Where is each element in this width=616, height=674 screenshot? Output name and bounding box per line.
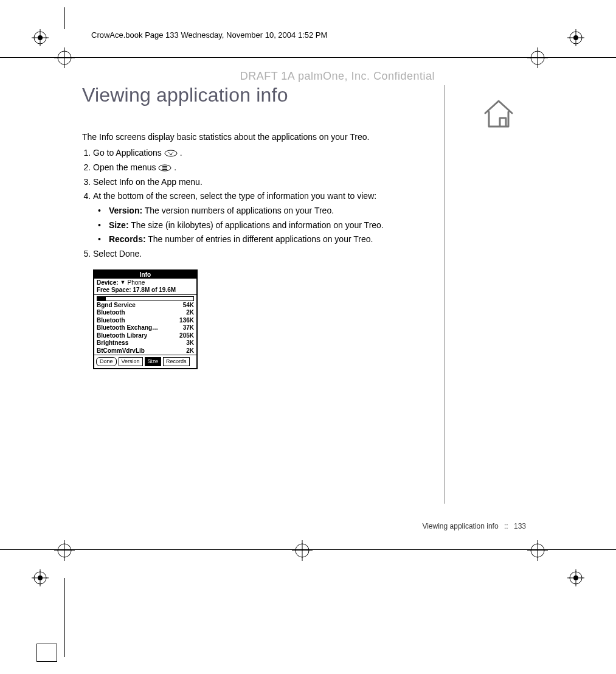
menu-key-icon xyxy=(158,162,171,170)
storage-bar xyxy=(94,295,196,302)
bullet-records: Records: The number of entries in differ… xyxy=(98,233,435,246)
step-3: Select Info on the App menu. xyxy=(93,176,435,189)
svg-point-25 xyxy=(296,544,309,557)
screenshot-titlebar: Info xyxy=(94,271,196,279)
crop-line-top xyxy=(0,57,616,58)
bullet-label: Records: xyxy=(109,234,146,244)
bullet-label: Size: xyxy=(109,220,129,230)
size-tab: Size xyxy=(145,357,162,366)
intro-text: The Info screens display basic statistic… xyxy=(82,131,435,143)
app-row: Bluetooth2K xyxy=(94,309,196,317)
app-row: Bgnd Service54K xyxy=(94,302,196,310)
bullet-version: Version: The version numbers of applicat… xyxy=(98,204,435,218)
svg-point-5 xyxy=(573,35,578,40)
svg-point-28 xyxy=(531,544,544,557)
bullet-size: Size: The size (in kilobytes) of applica… xyxy=(98,219,435,232)
screenshot-free-space: Free Space: 17.8M of 19.6M xyxy=(94,287,196,295)
version-tab: Version xyxy=(119,357,143,366)
footer-section: Viewing application info xyxy=(422,522,498,530)
svg-rect-34 xyxy=(162,167,167,168)
records-tab: Records xyxy=(163,357,190,366)
cross-mark-icon xyxy=(54,47,75,68)
svg-point-16 xyxy=(58,51,71,64)
svg-point-9 xyxy=(38,575,43,580)
svg-point-8 xyxy=(34,572,46,584)
step-text: Open the menus xyxy=(93,162,158,172)
cross-mark-icon xyxy=(527,47,548,68)
reg-mark-icon xyxy=(32,569,49,586)
home-icon xyxy=(480,97,517,133)
page-title: Viewing application info xyxy=(82,84,435,106)
svg-rect-33 xyxy=(162,166,167,167)
cross-mark-icon xyxy=(527,540,548,561)
app-row: Bluetooth136K xyxy=(94,317,196,325)
steps-list: Go to Applications . Open the menus . Se… xyxy=(82,147,435,261)
reg-mark-icon xyxy=(567,569,584,586)
reg-mark-icon xyxy=(567,29,584,46)
bullet-text: The version numbers of applications on y… xyxy=(142,206,334,215)
page-content: DRAFT 1A palmOne, Inc. Confidential View… xyxy=(82,70,435,369)
bullet-text: The number of entries in different appli… xyxy=(146,234,373,244)
bullet-label: Version: xyxy=(109,206,142,215)
footer-page-number: 133 xyxy=(514,522,526,530)
svg-point-19 xyxy=(531,51,544,64)
app-row: BtCommVdrvLib2K xyxy=(94,347,196,355)
svg-point-22 xyxy=(58,544,71,557)
step-1: Go to Applications . xyxy=(93,147,435,160)
footer-separator: :: xyxy=(504,522,508,530)
info-screenshot: Info Device: ▼ Phone Free Space: 17.8M o… xyxy=(93,269,198,370)
crop-tick-tl xyxy=(64,7,65,29)
svg-rect-35 xyxy=(162,169,167,170)
corner-box xyxy=(36,644,57,662)
svg-point-12 xyxy=(570,572,582,584)
app-row: Bluetooth Exchang…37K xyxy=(94,324,196,332)
step-text: At the bottom of the screen, select the … xyxy=(93,191,376,201)
watermark-text: DRAFT 1A palmOne, Inc. Confidential xyxy=(82,70,435,83)
svg-point-1 xyxy=(38,35,43,40)
bullet-text: The size (in kilobytes) of applications … xyxy=(129,220,384,230)
side-divider xyxy=(444,85,445,504)
svg-point-4 xyxy=(570,32,582,44)
svg-point-0 xyxy=(34,32,46,44)
crop-line-bottom xyxy=(0,549,616,550)
svg-point-31 xyxy=(165,150,177,156)
device-value: Phone xyxy=(128,279,145,286)
step-5: Select Done. xyxy=(93,248,435,261)
step-text: . xyxy=(180,148,182,158)
app-row: Brightness3K xyxy=(94,339,196,347)
step-2: Open the menus . xyxy=(93,161,435,175)
page-header: CrowAce.book Page 133 Wednesday, Novembe… xyxy=(91,30,525,40)
cross-mark-icon xyxy=(54,540,75,561)
svg-point-13 xyxy=(573,575,578,580)
step-4: At the bottom of the screen, select the … xyxy=(93,190,435,246)
screenshot-button-row: Done Version Size Records xyxy=(94,355,196,368)
applications-key-icon xyxy=(164,148,178,155)
device-label: Device: xyxy=(97,279,119,286)
screenshot-device-row: Device: ▼ Phone xyxy=(94,279,196,287)
app-row: Bluetooth Library205K xyxy=(94,332,196,340)
cross-mark-icon xyxy=(292,540,313,561)
reg-mark-icon xyxy=(32,29,49,46)
dropdown-triangle-icon: ▼ xyxy=(120,279,126,285)
step-text: . xyxy=(174,162,176,172)
info-type-list: Version: The version numbers of applicat… xyxy=(98,204,435,246)
done-button: Done xyxy=(96,357,117,366)
step-text: Go to Applications xyxy=(93,148,164,158)
page-footer: Viewing application info :: 133 xyxy=(82,522,526,530)
crop-tick-bl xyxy=(64,578,65,657)
